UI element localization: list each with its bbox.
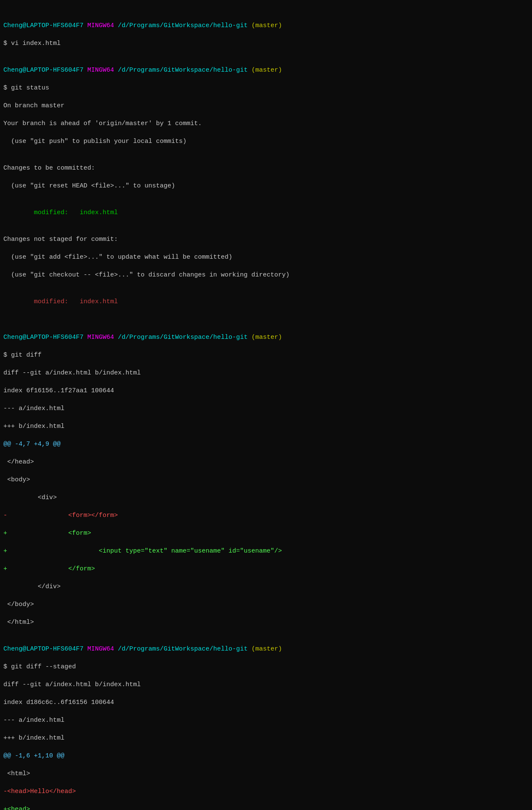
status-use-reset: (use "git reset HEAD <file>..." to unsta…	[3, 182, 529, 190]
command-2: $ git status	[3, 84, 529, 92]
diff1-ctx2: <body>	[3, 475, 529, 484]
diff1-ctx4: </div>	[3, 582, 529, 591]
status-use-add: (use "git add <file>..." to update what …	[3, 253, 529, 262]
path-2: /d/Programs/GitWorkspace/hello-git	[118, 67, 248, 74]
status-ahead: Your branch is ahead of 'origin/master' …	[3, 119, 529, 128]
diff2-from: --- a/index.html	[3, 716, 529, 725]
diff1-ctx5: </body>	[3, 600, 529, 609]
removed-line-1: - <form></form>	[3, 512, 118, 519]
modified-label-unstaged: modified: index.html	[34, 298, 118, 305]
branch-4: (master)	[251, 645, 282, 653]
diff1-ctx6: </html>	[3, 618, 529, 627]
diff2-add1: +<head>	[3, 805, 529, 810]
command-4: $ git diff --staged	[3, 662, 529, 671]
status-changes-to-commit: Changes to be committed:	[3, 164, 529, 173]
path-1: /d/Programs/GitWorkspace/hello-git	[118, 22, 248, 29]
diff1-rem1: - <form></form>	[3, 511, 529, 520]
prompt-line-3: Cheng@LAPTOP-HFS604F7 MINGW64 /d/Program…	[3, 333, 529, 342]
branch-3: (master)	[251, 334, 282, 341]
added-line-s1: +<head>	[3, 806, 30, 810]
diff2-to: +++ b/index.html	[3, 734, 529, 743]
username-2: Cheng@LAPTOP-HFS604F7	[3, 67, 84, 74]
branch-1: (master)	[251, 22, 282, 29]
diff1-header1: diff --git a/index.html b/index.html	[3, 369, 529, 377]
diff1-from: --- a/index.html	[3, 404, 529, 413]
terminal-window: Cheng@LAPTOP-HFS604F7 MINGW64 /d/Program…	[3, 3, 529, 810]
diff1-to: +++ b/index.html	[3, 422, 529, 431]
diff2-hunk: @@ -1,6 +1,10 @@	[3, 751, 529, 760]
hunk-header-1: @@ -4,7 +4,9 @@	[3, 441, 61, 448]
command-3: $ git diff	[3, 351, 529, 360]
status-modified-staged: modified: index.html	[3, 208, 529, 217]
path-3: /d/Programs/GitWorkspace/hello-git	[118, 334, 248, 341]
shell-2: MINGW64	[87, 67, 114, 74]
status-modified-unstaged: modified: index.html	[3, 297, 529, 306]
shell-4: MINGW64	[87, 645, 114, 653]
diff2-ctx1: <html>	[3, 769, 529, 778]
shell-1: MINGW64	[87, 22, 114, 29]
diff1-add1: + <form>	[3, 529, 529, 538]
diff1-ctx1: </head>	[3, 458, 529, 466]
username-4: Cheng@LAPTOP-HFS604F7	[3, 645, 84, 653]
prompt-line-4: Cheng@LAPTOP-HFS604F7 MINGW64 /d/Program…	[3, 645, 529, 654]
added-line-3: + </form>	[3, 565, 95, 573]
command-1: $ vi index.html	[3, 39, 529, 48]
path-4: /d/Programs/GitWorkspace/hello-git	[118, 645, 248, 653]
branch-2: (master)	[251, 67, 282, 74]
modified-label-staged: modified: index.html	[34, 209, 118, 216]
diff1-ctx3: <div>	[3, 493, 529, 502]
diff2-index: index d186c6c..6f16156 100644	[3, 698, 529, 707]
prompt-line-2: Cheng@LAPTOP-HFS604F7 MINGW64 /d/Program…	[3, 66, 529, 75]
shell-3: MINGW64	[87, 334, 114, 341]
status-use-checkout: (use "git checkout -- <file>..." to disc…	[3, 271, 529, 279]
added-line-1: + <form>	[3, 530, 91, 537]
status-changes-not-staged: Changes not staged for commit:	[3, 235, 529, 244]
diff1-index: index 6f16156..1f27aa1 100644	[3, 386, 529, 395]
username-3: Cheng@LAPTOP-HFS604F7	[3, 334, 84, 341]
status-use-push: (use "git push" to publish your local co…	[3, 137, 529, 146]
prompt-line-1: Cheng@LAPTOP-HFS604F7 MINGW64 /d/Program…	[3, 21, 529, 30]
diff2-header1: diff --git a/index.html b/index.html	[3, 680, 529, 689]
status-on-branch: On branch master	[3, 101, 529, 110]
removed-line-s1: -<head>Hello</head>	[3, 788, 76, 795]
username-1: Cheng@LAPTOP-HFS604F7	[3, 22, 84, 29]
diff1-add3: + </form>	[3, 564, 529, 573]
added-line-2: + <input type="text" name="usename" id="…	[3, 547, 282, 555]
diff1-hunk: @@ -4,7 +4,9 @@	[3, 440, 529, 449]
diff2-rem1: -<head>Hello</head>	[3, 787, 529, 796]
diff1-add2: + <input type="text" name="usename" id="…	[3, 547, 529, 556]
hunk-header-2: @@ -1,6 +1,10 @@	[3, 752, 64, 760]
